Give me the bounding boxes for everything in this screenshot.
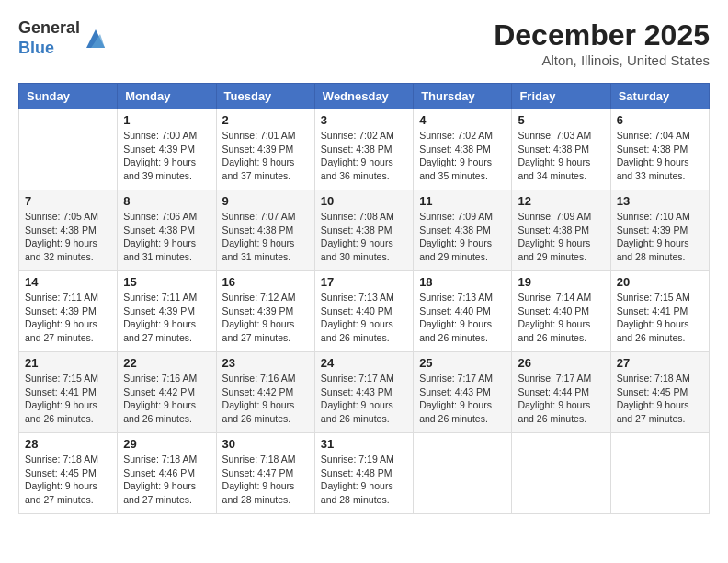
day-info: Sunrise: 7:18 AMSunset: 4:45 PMDaylight:… [25,453,111,507]
day-info: Sunrise: 7:05 AMSunset: 4:38 PMDaylight:… [25,210,111,264]
day-number: 24 [321,356,407,370]
day-number: 13 [617,194,703,208]
day-info: Sunrise: 7:09 AMSunset: 4:38 PMDaylight:… [419,210,506,264]
calendar-cell: 3Sunrise: 7:02 AMSunset: 4:38 PMDaylight… [314,109,413,190]
day-number: 12 [518,194,604,208]
day-number: 21 [25,356,111,370]
day-info: Sunrise: 7:19 AMSunset: 4:48 PMDaylight:… [321,453,407,507]
day-info: Sunrise: 7:16 AMSunset: 4:42 PMDaylight:… [222,372,309,426]
day-info: Sunrise: 7:17 AMSunset: 4:43 PMDaylight:… [321,372,407,426]
day-info: Sunrise: 7:07 AMSunset: 4:38 PMDaylight:… [222,210,309,264]
weekday-header-wednesday: Wednesday [314,84,413,109]
calendar-week-3: 14Sunrise: 7:11 AMSunset: 4:39 PMDayligh… [19,271,710,352]
weekday-header-monday: Monday [118,84,216,109]
day-number: 31 [321,437,407,451]
logo-general: General [18,18,80,39]
day-number: 3 [321,113,407,127]
calendar-cell: 17Sunrise: 7:13 AMSunset: 4:40 PMDayligh… [314,271,413,352]
calendar-cell: 4Sunrise: 7:02 AMSunset: 4:38 PMDaylight… [414,109,512,190]
day-number: 16 [222,275,309,289]
day-info: Sunrise: 7:18 AMSunset: 4:45 PMDaylight:… [617,372,703,426]
calendar-cell: 10Sunrise: 7:08 AMSunset: 4:38 PMDayligh… [314,190,413,271]
calendar-cell: 29Sunrise: 7:18 AMSunset: 4:46 PMDayligh… [118,433,216,514]
day-info: Sunrise: 7:02 AMSunset: 4:38 PMDaylight:… [321,129,407,183]
calendar-table: SundayMondayTuesdayWednesdayThursdayFrid… [18,83,710,514]
day-number: 10 [321,194,407,208]
day-info: Sunrise: 7:06 AMSunset: 4:38 PMDaylight:… [123,210,210,264]
logo-icon [82,25,109,52]
calendar-cell: 24Sunrise: 7:17 AMSunset: 4:43 PMDayligh… [314,352,413,433]
day-number: 30 [222,437,309,451]
day-info: Sunrise: 7:03 AMSunset: 4:38 PMDaylight:… [518,129,604,183]
calendar-cell: 19Sunrise: 7:14 AMSunset: 4:40 PMDayligh… [512,271,610,352]
calendar-cell: 25Sunrise: 7:17 AMSunset: 4:43 PMDayligh… [414,352,512,433]
calendar-cell: 1Sunrise: 7:00 AMSunset: 4:39 PMDaylight… [118,109,216,190]
weekday-header-row: SundayMondayTuesdayWednesdayThursdayFrid… [19,84,710,109]
day-number: 15 [123,275,210,289]
calendar-week-4: 21Sunrise: 7:15 AMSunset: 4:41 PMDayligh… [19,352,710,433]
day-number: 6 [617,113,703,127]
day-info: Sunrise: 7:18 AMSunset: 4:46 PMDaylight:… [123,453,210,507]
calendar-week-5: 28Sunrise: 7:18 AMSunset: 4:45 PMDayligh… [19,433,710,514]
month-title: December 2025 [494,18,710,52]
calendar-week-2: 7Sunrise: 7:05 AMSunset: 4:38 PMDaylight… [19,190,710,271]
day-info: Sunrise: 7:18 AMSunset: 4:47 PMDaylight:… [222,453,309,507]
day-number: 26 [518,356,604,370]
calendar-cell: 13Sunrise: 7:10 AMSunset: 4:39 PMDayligh… [610,190,709,271]
calendar-cell: 18Sunrise: 7:13 AMSunset: 4:40 PMDayligh… [414,271,512,352]
day-number: 18 [419,275,506,289]
calendar-cell: 16Sunrise: 7:12 AMSunset: 4:39 PMDayligh… [216,271,314,352]
logo-blue: Blue [18,39,54,57]
calendar-cell: 6Sunrise: 7:04 AMSunset: 4:38 PMDaylight… [610,109,709,190]
day-info: Sunrise: 7:11 AMSunset: 4:39 PMDaylight:… [123,291,210,345]
day-info: Sunrise: 7:13 AMSunset: 4:40 PMDaylight:… [419,291,506,345]
weekday-header-sunday: Sunday [19,84,118,109]
day-number: 2 [222,113,309,127]
calendar-cell [414,433,512,514]
calendar-cell: 27Sunrise: 7:18 AMSunset: 4:45 PMDayligh… [610,352,709,433]
day-number: 7 [25,194,111,208]
location: Alton, Illinois, United States [494,52,710,68]
calendar-cell: 22Sunrise: 7:16 AMSunset: 4:42 PMDayligh… [118,352,216,433]
day-number: 14 [25,275,111,289]
title-area: December 2025 Alton, Illinois, United St… [494,18,710,68]
day-info: Sunrise: 7:15 AMSunset: 4:41 PMDaylight:… [25,372,111,426]
day-info: Sunrise: 7:16 AMSunset: 4:42 PMDaylight:… [123,372,210,426]
day-info: Sunrise: 7:09 AMSunset: 4:38 PMDaylight:… [518,210,604,264]
day-number: 17 [321,275,407,289]
calendar-cell: 26Sunrise: 7:17 AMSunset: 4:44 PMDayligh… [512,352,610,433]
day-info: Sunrise: 7:10 AMSunset: 4:39 PMDaylight:… [617,210,703,264]
day-info: Sunrise: 7:02 AMSunset: 4:38 PMDaylight:… [419,129,506,183]
day-info: Sunrise: 7:17 AMSunset: 4:44 PMDaylight:… [518,372,604,426]
day-number: 22 [123,356,210,370]
calendar-cell: 11Sunrise: 7:09 AMSunset: 4:38 PMDayligh… [414,190,512,271]
page-header: General Blue December 2025 Alton, Illino… [18,18,710,68]
calendar-cell: 12Sunrise: 7:09 AMSunset: 4:38 PMDayligh… [512,190,610,271]
logo-text: General Blue [18,18,80,58]
day-info: Sunrise: 7:14 AMSunset: 4:40 PMDaylight:… [518,291,604,345]
calendar-cell: 21Sunrise: 7:15 AMSunset: 4:41 PMDayligh… [19,352,118,433]
day-info: Sunrise: 7:13 AMSunset: 4:40 PMDaylight:… [321,291,407,345]
calendar-week-1: 1Sunrise: 7:00 AMSunset: 4:39 PMDaylight… [19,109,710,190]
calendar-cell: 14Sunrise: 7:11 AMSunset: 4:39 PMDayligh… [19,271,118,352]
calendar-cell [610,433,709,514]
calendar-cell: 20Sunrise: 7:15 AMSunset: 4:41 PMDayligh… [610,271,709,352]
day-number: 9 [222,194,309,208]
day-number: 1 [123,113,210,127]
calendar-cell: 30Sunrise: 7:18 AMSunset: 4:47 PMDayligh… [216,433,314,514]
calendar-cell: 31Sunrise: 7:19 AMSunset: 4:48 PMDayligh… [314,433,413,514]
day-number: 28 [25,437,111,451]
day-number: 5 [518,113,604,127]
logo: General Blue [18,18,109,58]
day-number: 23 [222,356,309,370]
weekday-header-friday: Friday [512,84,610,109]
day-number: 8 [123,194,210,208]
day-number: 4 [419,113,506,127]
calendar-cell: 15Sunrise: 7:11 AMSunset: 4:39 PMDayligh… [118,271,216,352]
calendar-cell [19,109,118,190]
weekday-header-saturday: Saturday [610,84,709,109]
day-number: 29 [123,437,210,451]
weekday-header-tuesday: Tuesday [216,84,314,109]
calendar-cell: 28Sunrise: 7:18 AMSunset: 4:45 PMDayligh… [19,433,118,514]
day-info: Sunrise: 7:01 AMSunset: 4:39 PMDaylight:… [222,129,309,183]
